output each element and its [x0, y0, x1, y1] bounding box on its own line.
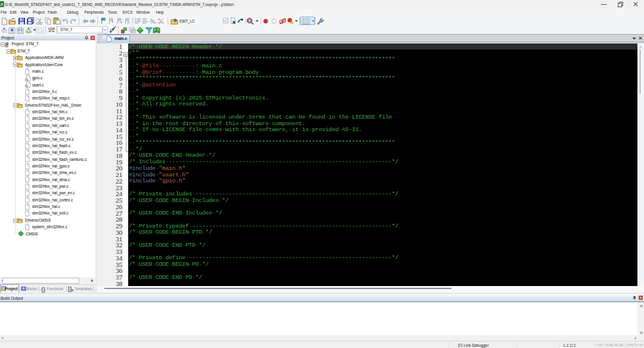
svg-text:[]: []	[68, 286, 72, 292]
